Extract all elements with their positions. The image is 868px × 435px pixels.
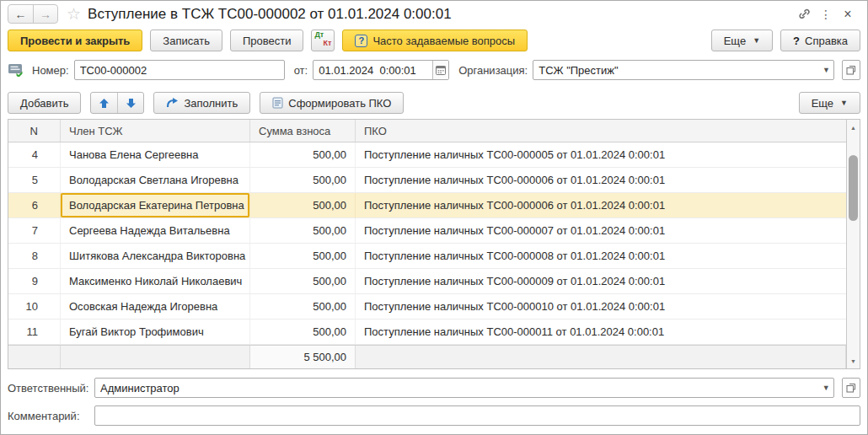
fill-button[interactable]: Заполнить — [153, 92, 250, 114]
title-bar: ← → ☆ Вступление в ТСЖ ТС00-000002 от 01… — [1, 1, 867, 27]
cell-n[interactable]: 9 — [8, 269, 61, 293]
table-row[interactable]: 7 Сергеева Надежда Витальевна 500,00 Пос… — [8, 218, 846, 244]
responsible-input[interactable] — [95, 379, 818, 397]
responsible-open-button[interactable] — [842, 378, 860, 398]
calendar-icon[interactable] — [432, 61, 448, 79]
cell-pko[interactable]: Поступление наличных ТС00-000008 от 01.0… — [356, 244, 846, 268]
organization-open-button[interactable] — [842, 60, 860, 80]
organization-input[interactable] — [533, 61, 819, 79]
cell-n[interactable]: 11 — [8, 320, 61, 344]
more-button-table[interactable]: Еще ▼ — [799, 92, 860, 114]
table-row[interactable]: 8 Шитякова Александра Викторовна 500,00 … — [8, 244, 846, 269]
cell-member[interactable]: Чанова Елена Сергеевна — [61, 142, 250, 167]
cell-member[interactable]: Шитякова Александра Викторовна — [61, 244, 250, 268]
cell-amount[interactable]: 500,00 — [250, 269, 356, 293]
cell-n[interactable]: 8 — [8, 244, 61, 268]
cell-pko[interactable]: Поступление наличных ТС00-000011 от 01.0… — [356, 320, 846, 344]
cell-amount[interactable]: 500,00 — [250, 193, 356, 218]
table-row[interactable]: 4 Чанова Елена Сергеевна 500,00 Поступле… — [8, 142, 846, 168]
cell-pko[interactable]: Поступление наличных ТС00-000005 от 01.0… — [356, 142, 846, 167]
forward-button[interactable]: → — [33, 5, 57, 23]
fill-label: Заполнить — [184, 97, 238, 110]
responsible-row: Ответственный: ▼ — [1, 378, 867, 398]
cell-member[interactable]: Максименко Николай Николаевич — [61, 269, 250, 293]
more-label: Еще — [812, 97, 833, 110]
more-menu-icon[interactable]: ⋮ — [815, 5, 837, 24]
cell-pko[interactable]: Поступление наличных ТС00-000010 от 01.0… — [356, 294, 846, 319]
table-row[interactable]: 6 Володарская Екатерина Петровна 500,00 … — [8, 193, 846, 218]
cell-member[interactable]: Осовская Надежда Игоревна — [61, 294, 250, 319]
cell-member[interactable]: Бугай Виктор Трофимович — [61, 320, 250, 344]
cell-pko[interactable]: Поступление наличных ТС00-000006 от 01.0… — [356, 193, 846, 218]
responsible-dropdown-icon[interactable]: ▼ — [818, 379, 833, 397]
table-command-bar: Добавить Заполнить Сформировать ПКО — [1, 85, 867, 119]
cell-member[interactable]: Володарская Светлана Игоревна — [61, 168, 250, 192]
help-button[interactable]: ? Справка — [780, 30, 860, 51]
create-pko-button[interactable]: Сформировать ПКО — [260, 92, 404, 114]
cell-pko[interactable]: Поступление наличных ТС00-000006 от 01.0… — [356, 168, 846, 192]
move-row-group — [90, 92, 144, 114]
post-and-close-button[interactable]: Провести и закрыть — [8, 30, 142, 51]
table-row[interactable]: 9 Максименко Николай Николаевич 500,00 П… — [8, 269, 846, 294]
scroll-up-icon[interactable]: ▲ — [847, 121, 860, 133]
move-down-button[interactable] — [117, 93, 143, 113]
cell-n[interactable]: 6 — [8, 193, 61, 218]
table-body: 4 Чанова Елена Сергеевна 500,00 Поступле… — [8, 142, 846, 345]
table-row[interactable]: 10 Осовская Надежда Игоревна 500,00 Пост… — [8, 294, 846, 320]
back-arrow-icon: ← — [15, 8, 27, 21]
more-button-top[interactable]: Еще ▼ — [711, 30, 773, 51]
faq-button[interactable]: ? Часто задаваемые вопросы — [342, 30, 528, 51]
date-input[interactable] — [313, 61, 432, 79]
scrollbar-thumb[interactable] — [849, 155, 858, 221]
comment-label: Комментарий: — [8, 410, 89, 422]
table-total-row: 5 500,00 — [8, 345, 846, 368]
cell-n[interactable]: 4 — [8, 142, 61, 167]
cell-amount[interactable]: 500,00 — [250, 244, 356, 268]
column-header-amount[interactable]: Сумма взноса — [250, 120, 356, 142]
help-question-icon: ? — [793, 35, 800, 47]
close-icon[interactable]: × — [837, 5, 859, 24]
cell-amount[interactable]: 500,00 — [250, 320, 356, 344]
column-header-n[interactable]: N — [8, 120, 61, 142]
move-up-button[interactable] — [91, 93, 117, 113]
table-row[interactable]: 11 Бугай Виктор Трофимович 500,00 Поступ… — [8, 320, 846, 345]
vertical-scrollbar[interactable]: ▲ ▼ — [846, 120, 860, 368]
save-button[interactable]: Записать — [150, 30, 222, 51]
arrow-down-icon — [126, 98, 137, 109]
cell-member[interactable]: Володарская Екатерина Петровна — [61, 193, 250, 218]
column-header-pko[interactable]: ПКО — [356, 120, 846, 142]
cell-member[interactable]: Сергеева Надежда Витальевна — [61, 218, 250, 243]
cell-amount[interactable]: 500,00 — [250, 168, 356, 192]
number-input[interactable] — [75, 61, 284, 79]
cell-amount[interactable]: 500,00 — [250, 218, 356, 243]
post-button[interactable]: Провести — [230, 30, 304, 51]
link-icon[interactable] — [793, 5, 815, 24]
table-main: N Член ТСЖ Сумма взноса ПКО 4 Чанова Еле… — [8, 120, 846, 368]
number-label: Номер: — [32, 64, 69, 77]
add-row-button[interactable]: Добавить — [8, 92, 81, 114]
table-header-row: N Член ТСЖ Сумма взноса ПКО — [8, 120, 846, 142]
cell-pko[interactable]: Поступление наличных ТС00-000007 от 01.0… — [356, 218, 846, 243]
responsible-label: Ответственный: — [8, 382, 89, 395]
cell-amount[interactable]: 500,00 — [250, 294, 356, 319]
comment-field-frame — [94, 405, 860, 426]
cell-amount[interactable]: 500,00 — [250, 142, 356, 167]
column-header-member[interactable]: Член ТСЖ — [61, 120, 250, 142]
comment-input[interactable] — [95, 406, 860, 425]
scroll-down-icon[interactable]: ▼ — [847, 355, 860, 367]
dtkt-postings-button[interactable]: Дт Кт — [311, 30, 335, 51]
organization-dropdown-icon[interactable]: ▼ — [819, 61, 833, 79]
cell-pko[interactable]: Поступление наличных ТС00-000009 от 01.0… — [356, 269, 846, 293]
table-row[interactable]: 5 Володарская Светлана Игоревна 500,00 П… — [8, 168, 846, 193]
cell-n[interactable]: 5 — [8, 168, 61, 192]
cell-n[interactable]: 10 — [8, 294, 61, 319]
responsible-field-frame: ▼ — [94, 378, 834, 398]
favorite-star-icon[interactable]: ☆ — [67, 6, 81, 22]
header-fields-row: Номер: от: Организация: ▼ — [1, 56, 867, 85]
fill-curved-arrow-icon — [166, 98, 179, 109]
date-field-frame — [313, 60, 449, 80]
back-button[interactable]: ← — [8, 5, 33, 23]
cell-n[interactable]: 7 — [8, 218, 61, 243]
chevron-down-icon: ▼ — [840, 99, 848, 107]
help-label: Справка — [805, 35, 848, 47]
